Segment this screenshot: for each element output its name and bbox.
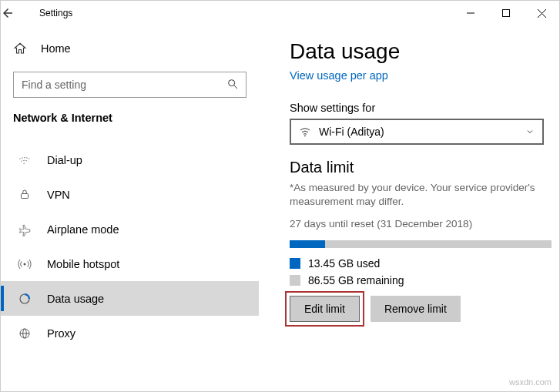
data-limit-title: Data limit <box>290 159 544 176</box>
sidebar-item-label: Data usage <box>47 293 104 305</box>
vpn-icon <box>18 188 33 202</box>
section-header: Network & Internet <box>13 112 246 124</box>
remaining-label: 86.55 GB remaining <box>308 274 404 286</box>
progress-bar <box>290 240 552 248</box>
svg-line-5 <box>234 85 237 89</box>
home-link[interactable]: Home <box>13 33 246 64</box>
sidebar-item-airplane[interactable]: Airplane mode <box>1 212 259 246</box>
used-label: 13.45 GB used <box>308 257 380 270</box>
remaining-row: 86.55 GB remaining <box>290 274 544 286</box>
reset-text: 27 days until reset (31 December 2018) <box>290 218 544 230</box>
dropdown-value: Wi-Fi (Aditya) <box>319 126 525 138</box>
home-icon <box>13 42 29 55</box>
maximize-button[interactable] <box>488 1 524 25</box>
svg-point-4 <box>229 80 235 86</box>
window-title: Settings <box>36 8 72 18</box>
content: Home Network & Internet Dial-up VPN <box>1 25 559 391</box>
arrow-left-icon <box>1 6 15 20</box>
progress-fill <box>290 240 325 248</box>
close-icon <box>538 9 546 18</box>
titlebar: Settings <box>1 1 559 25</box>
dialup-icon <box>18 153 33 167</box>
chevron-down-icon <box>525 127 535 136</box>
maximize-icon <box>502 9 510 17</box>
back-button[interactable] <box>1 6 36 20</box>
datausage-icon <box>18 292 33 306</box>
sidebar-item-proxy[interactable]: Proxy <box>1 316 259 350</box>
search-wrap <box>13 72 246 98</box>
wifi-icon <box>299 126 311 138</box>
sidebar-item-vpn[interactable]: VPN <box>1 177 259 212</box>
airplane-icon <box>18 223 33 236</box>
sidebar-item-label: Dial-up <box>47 154 82 166</box>
page-title: Data usage <box>290 39 544 64</box>
main: Data usage View usage per app Show setti… <box>259 25 559 391</box>
edit-limit-button[interactable]: Edit limit <box>290 296 360 322</box>
hotspot-icon <box>18 257 33 271</box>
view-usage-link[interactable]: View usage per app <box>290 69 388 82</box>
sidebar: Home Network & Internet Dial-up VPN <box>1 25 259 391</box>
sidebar-item-hotspot[interactable]: Mobile hotspot <box>1 246 259 281</box>
used-row: 13.45 GB used <box>290 257 544 270</box>
home-label: Home <box>41 42 71 55</box>
button-row: Edit limit Remove limit <box>290 296 544 322</box>
search-input[interactable] <box>13 72 246 98</box>
minimize-icon <box>467 9 474 17</box>
remove-limit-button[interactable]: Remove limit <box>371 296 461 322</box>
svg-point-7 <box>24 263 26 265</box>
svg-rect-1 <box>503 10 510 17</box>
close-button[interactable] <box>524 1 559 25</box>
sidebar-item-dialup[interactable]: Dial-up <box>1 142 259 177</box>
sidebar-item-label: VPN <box>47 189 70 201</box>
measurement-note: *As measured by your device. Your servic… <box>290 181 544 209</box>
proxy-icon <box>18 327 33 340</box>
svg-rect-6 <box>22 193 29 198</box>
sidebar-item-label: Mobile hotspot <box>47 258 119 270</box>
show-settings-label: Show settings for <box>290 102 544 114</box>
sidebar-item-label: Proxy <box>47 327 75 340</box>
minimize-button[interactable] <box>453 1 488 25</box>
search-icon <box>226 78 239 90</box>
sidebar-item-label: Airplane mode <box>47 223 119 236</box>
svg-point-12 <box>304 135 306 136</box>
remaining-swatch <box>290 275 300 286</box>
watermark: wsxdn.com <box>509 377 552 387</box>
sidebar-item-datausage[interactable]: Data usage <box>1 281 259 316</box>
used-swatch <box>290 258 300 269</box>
network-dropdown[interactable]: Wi-Fi (Aditya) <box>290 119 544 145</box>
